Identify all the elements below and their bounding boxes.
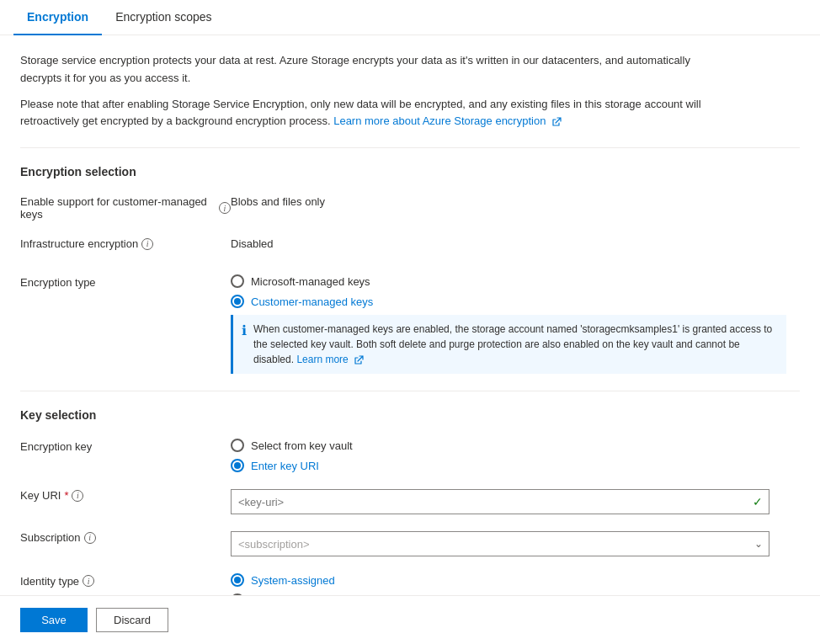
save-button[interactable]: Save — [20, 608, 88, 632]
discard-button[interactable]: Discard — [96, 608, 168, 632]
radio-customer-managed[interactable]: Customer-managed keys — [231, 295, 800, 308]
subscription-row: Subscription i <subscription> ⌄ — [20, 528, 800, 556]
tab-bar: Encryption Encryption scopes — [0, 0, 820, 35]
radio-key-uri-indicator — [231, 459, 244, 472]
radio-key-vault-indicator — [231, 439, 244, 452]
subscription-select[interactable]: <subscription> — [231, 531, 769, 556]
encryption-learn-more-link[interactable]: Learn more — [296, 354, 364, 365]
key-uri-input[interactable] — [231, 489, 769, 514]
customer-managed-keys-value: Blobs and files only — [231, 192, 800, 208]
encryption-type-label: Encryption type — [20, 271, 231, 289]
radio-microsoft-managed[interactable]: Microsoft-managed keys — [231, 274, 800, 288]
customer-managed-keys-row: Enable support for customer-managed keys… — [20, 192, 800, 221]
key-uri-value: ✓ — [231, 486, 800, 514]
encryption-key-row: Encryption key Select from key vault Ent… — [20, 435, 800, 472]
subscription-label: Subscription i — [20, 528, 231, 544]
encryption-type-value: Microsoft-managed keys Customer-managed … — [231, 271, 800, 374]
key-uri-info-icon[interactable]: i — [72, 490, 83, 502]
info-box-icon: ℹ — [242, 322, 247, 367]
radio-customer-label: Customer-managed keys — [251, 295, 373, 308]
description-line2: Please note that after enabling Storage … — [20, 96, 711, 131]
infrastructure-encryption-info-icon[interactable]: i — [141, 238, 153, 250]
main-content: Storage service encryption protects your… — [0, 35, 820, 644]
radio-microsoft-indicator — [231, 274, 244, 288]
key-selection-title: Key selection — [20, 408, 800, 422]
encryption-type-radio-group: Microsoft-managed keys Customer-managed … — [231, 274, 800, 308]
radio-key-vault[interactable]: Select from key vault — [231, 439, 800, 452]
radio-system-label: System-assigned — [251, 574, 335, 587]
tab-encryption[interactable]: Encryption — [13, 0, 102, 35]
key-uri-label: Key URI * i — [20, 486, 231, 502]
identity-type-label: Identity type i — [20, 570, 231, 588]
key-uri-required-star: * — [64, 489, 68, 502]
encryption-type-row: Encryption type Microsoft-managed keys C… — [20, 271, 800, 374]
encryption-selection-title: Encryption selection — [20, 165, 800, 178]
customer-managed-keys-label: Enable support for customer-managed keys… — [20, 192, 231, 221]
encryption-key-value: Select from key vault Enter key URI — [231, 435, 800, 472]
infrastructure-encryption-label: Infrastructure encryption i — [20, 234, 231, 250]
divider-2 — [20, 391, 800, 391]
encryption-key-radio-group: Select from key vault Enter key URI — [231, 439, 800, 472]
encryption-key-label: Encryption key — [20, 435, 231, 453]
radio-key-vault-label: Select from key vault — [251, 439, 353, 452]
encryption-type-info-box: ℹ When customer-managed keys are enabled… — [231, 315, 786, 374]
radio-key-uri[interactable]: Enter key URI — [231, 459, 800, 472]
radio-customer-indicator — [231, 295, 244, 308]
key-uri-row: Key URI * i ✓ — [20, 486, 800, 514]
subscription-value: <subscription> ⌄ — [231, 528, 800, 556]
footer: Save Discard — [0, 595, 820, 644]
encryption-learn-more-external-icon — [354, 355, 364, 365]
subscription-info-icon[interactable]: i — [84, 532, 96, 544]
radio-system-indicator — [231, 573, 244, 587]
identity-type-info-icon[interactable]: i — [83, 575, 94, 587]
customer-managed-keys-info-icon[interactable]: i — [219, 202, 231, 214]
tab-encryption-scopes[interactable]: Encryption scopes — [102, 0, 225, 35]
description-block: Storage service encryption protects your… — [20, 52, 711, 130]
divider-1 — [20, 147, 800, 148]
info-box-text: When customer-managed keys are enabled, … — [253, 322, 778, 367]
radio-key-uri-label: Enter key URI — [251, 460, 319, 472]
radio-microsoft-label: Microsoft-managed keys — [251, 275, 370, 288]
subscription-select-wrapper: <subscription> ⌄ — [231, 531, 769, 556]
infrastructure-encryption-row: Infrastructure encryption i Disabled — [20, 234, 800, 258]
learn-more-link[interactable]: Learn more about Azure Storage encryptio… — [333, 114, 562, 127]
infrastructure-encryption-value: Disabled — [231, 234, 800, 250]
description-line1: Storage service encryption protects your… — [20, 52, 711, 88]
key-uri-check-icon: ✓ — [753, 495, 763, 508]
radio-system-assigned[interactable]: System-assigned — [231, 573, 800, 587]
key-uri-input-wrapper: ✓ — [231, 489, 769, 514]
external-link-icon — [551, 117, 562, 127]
